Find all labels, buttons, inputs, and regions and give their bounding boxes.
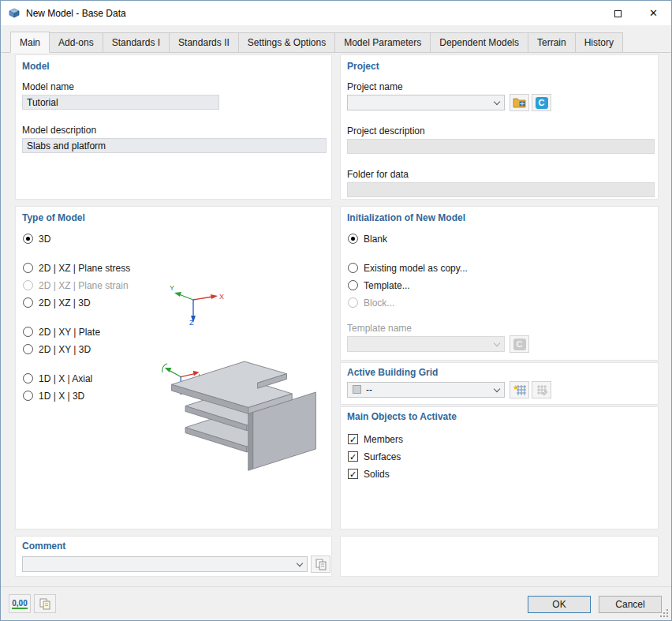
letter-c-icon: C bbox=[536, 97, 548, 109]
project-panel: Project Project name C Project descripti… bbox=[340, 54, 659, 200]
radio-icon bbox=[23, 297, 33, 308]
radio-1d-x-axial[interactable]: 1D | X | Axial bbox=[23, 372, 92, 384]
model-description-input[interactable] bbox=[22, 138, 327, 153]
tab-settings-options[interactable]: Settings & Options bbox=[238, 32, 335, 52]
tab-bar: Main Add-ons Standards I Standards II Se… bbox=[1, 32, 671, 53]
radio-icon bbox=[348, 280, 358, 290]
template-name-label: Template name bbox=[347, 323, 412, 334]
ok-button[interactable]: OK bbox=[528, 596, 591, 613]
comment-presets-button[interactable] bbox=[311, 556, 330, 573]
new-building-grid-button[interactable]: ★ bbox=[510, 381, 529, 398]
axes-triad-icon: X Y Z bbox=[170, 279, 226, 327]
close-icon: ✕ bbox=[649, 7, 658, 19]
building-grid-combo[interactable]: -- bbox=[347, 382, 505, 398]
radio-icon bbox=[23, 234, 33, 244]
axis-x-label: X bbox=[219, 293, 224, 301]
radio-blank[interactable]: Blank bbox=[348, 233, 387, 245]
tab-terrain[interactable]: Terrain bbox=[528, 32, 576, 52]
radio-icon bbox=[348, 297, 358, 308]
radio-existing-model-copy[interactable]: Existing model as copy... bbox=[348, 262, 468, 274]
tab-standards-2[interactable]: Standards II bbox=[169, 32, 239, 52]
radio-icon bbox=[23, 391, 33, 401]
grid-color-swatch bbox=[353, 385, 361, 394]
type-of-model-section-title: Type of Model bbox=[22, 212, 85, 223]
chevron-down-icon bbox=[494, 340, 500, 346]
radio-icon bbox=[23, 263, 33, 273]
project-section-title: Project bbox=[347, 61, 379, 72]
radio-2d-xz-plane-strain: 2D | XZ | Plane strain bbox=[23, 279, 129, 291]
star-icon: ★ bbox=[513, 383, 519, 391]
radio-2d-xy-plate[interactable]: 2D | XY | Plate bbox=[23, 326, 100, 338]
folder-for-data-input[interactable] bbox=[347, 182, 655, 197]
main-objects-section-title: Main Objects to Activate bbox=[347, 411, 457, 422]
comment-section-title: Comment bbox=[22, 541, 65, 552]
tab-add-ons[interactable]: Add-ons bbox=[49, 32, 103, 52]
window-title: New Model - Base Data bbox=[26, 8, 126, 19]
model-description-label: Model description bbox=[22, 125, 96, 136]
letter-c-icon: C bbox=[513, 339, 526, 350]
comment-combo[interactable] bbox=[22, 556, 308, 572]
tab-standards-1[interactable]: Standards I bbox=[103, 32, 170, 52]
edit-building-grid-button bbox=[532, 381, 551, 398]
tab-history[interactable]: History bbox=[575, 32, 623, 52]
radio-2d-xy-3d[interactable]: 2D | XY | 3D bbox=[23, 343, 91, 355]
copy-icon bbox=[315, 558, 327, 570]
radio-icon bbox=[23, 327, 33, 337]
radio-block: Block... bbox=[348, 297, 394, 309]
footer-separator bbox=[1, 586, 671, 587]
axis-y-label: Y bbox=[170, 284, 174, 292]
tab-dependent-models[interactable]: Dependent Models bbox=[430, 32, 528, 52]
maximize-button[interactable] bbox=[600, 1, 636, 25]
cancel-button[interactable]: Cancel bbox=[599, 596, 662, 613]
copy-settings-button[interactable] bbox=[34, 594, 56, 613]
model-name-label: Model name bbox=[22, 81, 74, 92]
comment-panel: Comment bbox=[15, 536, 332, 577]
template-connect-button: C bbox=[510, 335, 529, 353]
project-description-label: Project description bbox=[347, 125, 425, 137]
radio-2d-xz-3d[interactable]: 2D | XZ | 3D bbox=[23, 297, 91, 309]
new-grid-icon: ★ bbox=[513, 383, 527, 396]
checkbox-checked-icon: ✓ bbox=[348, 434, 358, 444]
empty-panel bbox=[340, 536, 659, 577]
checkbox-surfaces[interactable]: ✓ Surfaces bbox=[348, 451, 401, 462]
folder-for-data-label: Folder for data bbox=[347, 169, 409, 180]
new-model-dialog: New Model - Base Data ✕ Main Add-ons Sta… bbox=[0, 0, 672, 621]
chevron-down-icon bbox=[297, 560, 303, 567]
building-grid-value: -- bbox=[366, 384, 372, 395]
radio-3d[interactable]: 3D bbox=[23, 233, 50, 245]
radio-template[interactable]: Template... bbox=[348, 279, 410, 291]
radio-2d-xz-plane-stress[interactable]: 2D | XZ | Plane stress bbox=[23, 262, 130, 274]
model-preview-illustration bbox=[155, 337, 331, 477]
project-description-input[interactable] bbox=[347, 139, 655, 154]
edit-grid-icon bbox=[535, 383, 549, 396]
project-name-combo[interactable] bbox=[347, 95, 505, 110]
building-grid-section-title: Active Building Grid bbox=[347, 367, 438, 378]
project-connect-button[interactable]: C bbox=[532, 94, 551, 111]
radio-icon bbox=[23, 373, 33, 383]
decimal-places-button[interactable]: 0,00 bbox=[9, 594, 31, 613]
checkbox-checked-icon: ✓ bbox=[348, 451, 358, 462]
close-button[interactable]: ✕ bbox=[636, 1, 671, 25]
titlebar: New Model - Base Data ✕ bbox=[1, 1, 671, 25]
radio-icon bbox=[348, 234, 358, 244]
model-section-title: Model bbox=[22, 61, 50, 72]
radio-1d-x-3d[interactable]: 1D | X | 3D bbox=[23, 390, 84, 402]
initialization-panel: Initialization of New Model Blank Existi… bbox=[340, 206, 659, 361]
app-icon bbox=[8, 6, 21, 19]
tab-main[interactable]: Main bbox=[10, 32, 50, 53]
project-name-label: Project name bbox=[347, 81, 403, 92]
tab-model-parameters[interactable]: Model Parameters bbox=[334, 32, 431, 52]
checkbox-solids[interactable]: ✓ Solids bbox=[348, 468, 390, 480]
axis-z-label: Z bbox=[189, 319, 194, 327]
checkbox-members[interactable]: ✓ Members bbox=[348, 433, 403, 445]
model-name-input[interactable] bbox=[22, 95, 219, 110]
radio-icon bbox=[23, 344, 33, 354]
project-manager-button[interactable] bbox=[510, 94, 529, 111]
project-folder-icon bbox=[513, 96, 526, 109]
initialization-section-title: Initialization of New Model bbox=[347, 212, 465, 223]
maximize-icon bbox=[614, 10, 622, 17]
copy-icon bbox=[39, 597, 51, 610]
type-of-model-panel: Type of Model 3D 2D | XZ | Plane stress … bbox=[15, 206, 332, 529]
resize-grip[interactable] bbox=[659, 608, 669, 618]
main-objects-panel: Main Objects to Activate ✓ Members ✓ Sur… bbox=[340, 406, 659, 529]
